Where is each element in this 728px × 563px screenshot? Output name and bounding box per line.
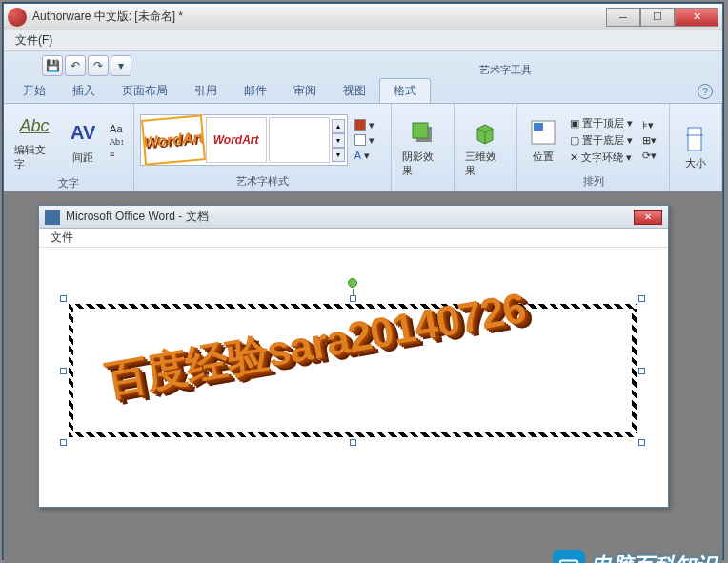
outline-swatch-icon: [354, 134, 366, 146]
cube-icon: [470, 117, 500, 148]
embedded-word-window: Microsoft Office Word - 文档 ✕ 文件: [38, 205, 669, 508]
maximize-button[interactable]: ☐: [640, 8, 675, 27]
shape-fill-button[interactable]: ▾: [352, 118, 377, 132]
bring-front-icon: ▣: [570, 117, 579, 130]
position-button[interactable]: 位置: [523, 114, 563, 167]
group-wordart-styles: WordArt WordArt ▴ ▾ ▾ ▾ ▾ A▾: [134, 104, 392, 191]
tab-start[interactable]: 开始: [10, 79, 59, 103]
menu-bar: 文件(F): [4, 30, 722, 51]
tab-review[interactable]: 审阅: [280, 79, 330, 103]
text-wrap-button[interactable]: ✕文字环绕 ▾: [567, 150, 636, 166]
help-icon[interactable]: ?: [698, 84, 713, 99]
same-height-button[interactable]: Aa: [107, 122, 128, 135]
edit-text-icon: Abc: [19, 111, 50, 141]
group-text-label: 文字: [10, 174, 128, 191]
close-button[interactable]: ✕: [675, 8, 718, 27]
qat-undo-button[interactable]: ↶: [65, 55, 86, 76]
group-arrange-label: 排列: [523, 172, 663, 189]
word-icon: [45, 210, 60, 225]
quick-access-toolbar: 💾 ↶ ↷ ▾: [4, 51, 722, 80]
inner-menu-file[interactable]: 文件: [45, 228, 79, 248]
svg-rect-8: [688, 128, 701, 151]
rotate-menu-button[interactable]: ⟳▾: [639, 149, 659, 163]
size-button[interactable]: 大小: [676, 121, 716, 173]
resize-handle-tl[interactable]: [60, 295, 67, 302]
document-area: Microsoft Office Word - 文档 ✕ 文件: [4, 191, 722, 563]
menu-file[interactable]: 文件(F): [10, 30, 58, 50]
group-shadow: 阴影效果: [392, 104, 455, 191]
group-styles-label: 艺术字样式: [140, 172, 385, 189]
threeD-button[interactable]: 三维效果: [460, 114, 511, 181]
send-back-button[interactable]: ▢置于底层 ▾: [567, 132, 636, 149]
group-3d: 三维效果: [455, 104, 517, 191]
tab-layout[interactable]: 页面布局: [109, 79, 181, 103]
style-gallery: WordArt WordArt ▴ ▾ ▾: [140, 114, 348, 166]
window-title: Authorware 中文版: [未命名] *: [32, 9, 606, 25]
gallery-down-button[interactable]: ▾: [332, 133, 345, 148]
spacing-button[interactable]: AV 间距: [63, 115, 103, 168]
gallery-up-button[interactable]: ▴: [332, 119, 345, 133]
resize-handle-b[interactable]: [350, 439, 356, 446]
group-arrange: 位置 ▣置于顶层 ▾ ▢置于底层 ▾ ✕文字环绕 ▾ ⊧▾ ⊞▾ ⟳▾ 排列: [517, 104, 670, 191]
qat-save-button[interactable]: 💾: [42, 55, 63, 76]
style-preset-2[interactable]: WordArt: [206, 117, 267, 163]
minimize-button[interactable]: ─: [606, 8, 640, 27]
fill-swatch-icon: [354, 119, 366, 131]
svg-rect-1: [413, 123, 428, 138]
edit-text-button[interactable]: Abc 编辑文字: [10, 108, 59, 174]
qat-redo-button[interactable]: ↷: [88, 55, 109, 76]
rotate-handle[interactable]: [348, 278, 357, 288]
wordart-text[interactable]: 百度经验sara20140726: [101, 265, 617, 410]
contextual-tab-label: 艺术字工具: [479, 63, 532, 77]
inner-window-title: Microsoft Office Word - 文档: [66, 209, 634, 225]
resize-handle-bl[interactable]: [60, 439, 67, 446]
change-shape-button[interactable]: A▾: [352, 149, 377, 163]
bring-front-button[interactable]: ▣置于顶层 ▾: [567, 115, 636, 131]
vertical-text-button[interactable]: Ab↕: [107, 136, 128, 148]
tab-references[interactable]: 引用: [181, 79, 231, 103]
shape-icon: A: [354, 150, 361, 161]
shadow-icon: [407, 117, 437, 148]
word-canvas[interactable]: 百度经验sara20140726: [39, 248, 668, 505]
watermark-logo-icon: [553, 550, 585, 563]
app-icon: [8, 8, 27, 27]
ribbon: Abc 编辑文字 AV 间距 Aa Ab↕ ≡ 文字: [4, 103, 722, 191]
spacing-icon: AV: [68, 118, 98, 149]
resize-handle-l[interactable]: [60, 368, 67, 374]
align-menu-button[interactable]: ⊧▾: [639, 118, 659, 132]
group-menu-button[interactable]: ⊞▾: [639, 133, 659, 148]
send-back-icon: ▢: [570, 134, 579, 147]
group-text: Abc 编辑文字 AV 间距 Aa Ab↕ ≡ 文字: [4, 104, 134, 191]
tab-mailings[interactable]: 邮件: [231, 79, 280, 103]
resize-handle-r[interactable]: [638, 368, 645, 374]
ribbon-tabs: 艺术字工具 开始 插入 页面布局 引用 邮件 审阅 视图 格式 ?: [4, 80, 722, 103]
watermark-brand: 电脑百科知识: [591, 552, 717, 563]
gallery-more-button[interactable]: ▾: [332, 148, 345, 162]
qat-more-button[interactable]: ▾: [111, 55, 131, 76]
svg-rect-7: [534, 123, 543, 131]
tab-format[interactable]: 格式: [379, 78, 431, 103]
group-size: 大小: [670, 104, 722, 191]
tab-insert[interactable]: 插入: [59, 79, 109, 103]
inner-close-button[interactable]: ✕: [634, 210, 662, 225]
title-bar: Authorware 中文版: [未命名] * ─ ☐ ✕: [4, 4, 722, 30]
shape-outline-button[interactable]: ▾: [352, 133, 377, 148]
position-icon: [528, 117, 558, 148]
watermark: 电脑百科知识 www.pc-daily.com: [553, 550, 717, 563]
wrap-icon: ✕: [570, 151, 578, 164]
resize-handle-tr[interactable]: [638, 295, 645, 302]
resize-handle-br[interactable]: [638, 439, 645, 446]
resize-handle-t[interactable]: [350, 295, 356, 302]
style-preset-1[interactable]: WordArt: [141, 114, 206, 165]
align-button[interactable]: ≡: [107, 149, 128, 160]
wordart-selection[interactable]: 百度经验sara20140726: [64, 299, 641, 442]
tab-view[interactable]: 视图: [330, 79, 379, 103]
shadow-button[interactable]: 阴影效果: [397, 114, 448, 181]
size-icon: [680, 124, 711, 154]
style-preset-3[interactable]: [269, 117, 330, 163]
